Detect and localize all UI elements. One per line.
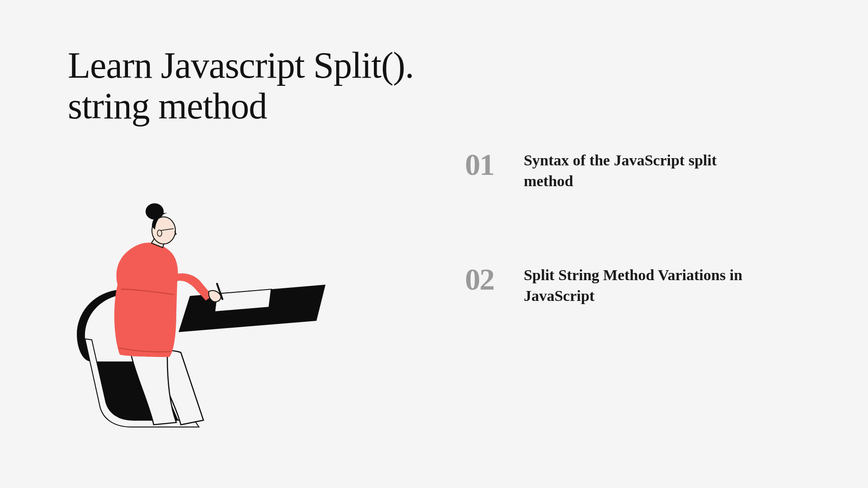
left-column: Learn Javascript Split(). string method <box>0 0 451 488</box>
toc-item-1: 01 Syntax of the JavaScript split method <box>465 149 814 192</box>
toc-text: Syntax of the JavaScript split method <box>524 149 759 192</box>
toc-item-2: 02 Split String Method Variations in Jav… <box>465 264 814 306</box>
table-of-contents: 01 Syntax of the JavaScript split method… <box>451 0 868 488</box>
slide-container: Learn Javascript Split(). string method <box>0 0 868 488</box>
toc-text: Split String Method Variations in JavaSc… <box>524 264 759 306</box>
page-title: Learn Javascript Split(). string method <box>68 45 451 127</box>
toc-number: 02 <box>465 264 524 295</box>
person-writing-icon <box>63 199 344 434</box>
svg-point-2 <box>146 203 164 220</box>
person-writing-illustration <box>63 199 344 434</box>
svg-point-3 <box>157 230 162 236</box>
toc-number: 01 <box>465 149 524 180</box>
